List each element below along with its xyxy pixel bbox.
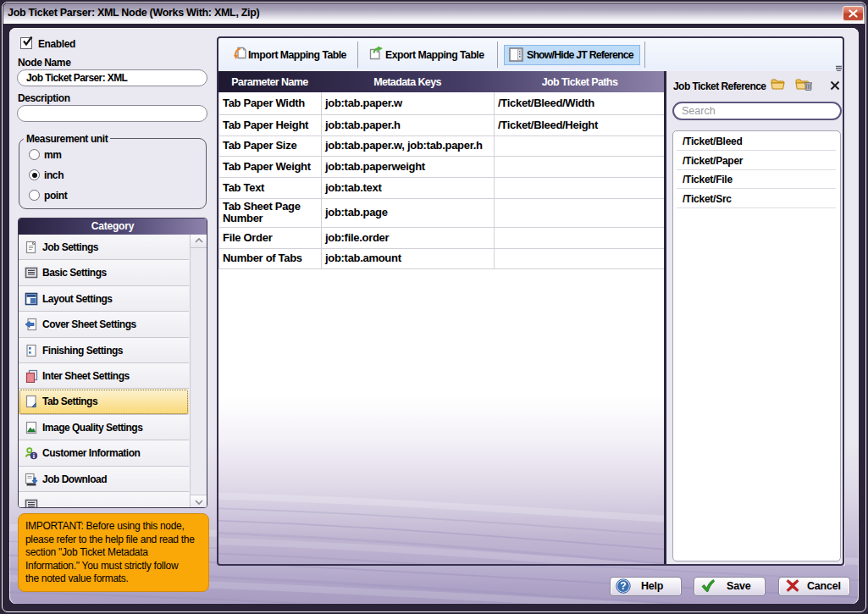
svg-text:?: ? <box>620 580 626 592</box>
